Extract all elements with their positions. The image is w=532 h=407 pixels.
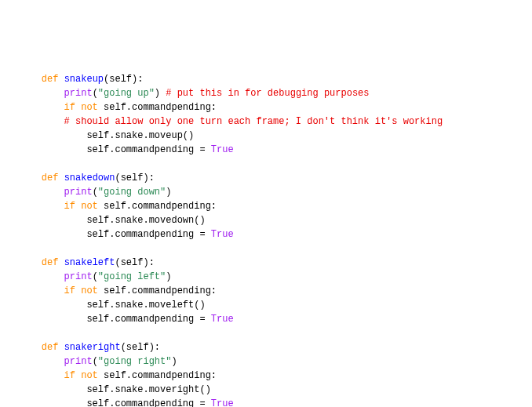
token-builtin: True [211,314,234,325]
token-builtin: print [64,88,93,99]
token-builtin: print [64,356,93,367]
token-fn: snakedown [64,173,115,184]
token-kw: not [81,285,98,296]
code-line: def snakeup(self): [19,72,513,86]
code-line: self.commandpending = True [19,312,513,326]
code-line: print("going down") [19,185,513,199]
code-line: # should allow only one turn each frame;… [19,114,513,129]
code-line: self.commandpending = True [19,143,513,157]
code-line: self.snake.moveleft() [19,298,513,312]
token-kw: def [42,173,59,184]
code-line: if not self.commandpending: [19,369,513,383]
code-line: print("going right") [19,354,513,369]
token-kw: not [81,201,98,212]
token-kw: def [42,342,59,353]
token-builtin: True [211,229,234,240]
code-line: print("going up") # put this in for debu… [19,86,513,100]
token-kw: if [64,102,75,113]
code-block: def snakeup(self): print("going up") # p… [19,72,513,407]
code-line: def snakedown(self): [19,171,513,185]
code-line: if not self.commandpending: [19,284,513,298]
token-kw: def [42,74,59,85]
token-kw: if [64,370,75,381]
token-fn: snakeup [64,74,104,85]
token-builtin: True [211,144,234,155]
token-str: "going up" [98,88,155,99]
token-fn: snakeright [64,342,121,353]
token-fn: snakeleft [64,257,115,268]
code-line: self.snake.moveup() [19,129,513,143]
token-builtin: print [64,271,93,282]
token-kw: not [81,102,98,113]
token-kw: not [81,370,98,381]
token-kw: if [64,201,75,212]
token-comment: # should allow only one turn each frame;… [64,116,443,127]
code-line [19,242,513,256]
token-builtin: True [211,398,234,407]
token-str: "going right" [98,356,172,367]
token-str: "going down" [98,187,166,198]
code-line: self.commandpending = True [19,227,513,242]
code-line: def snakeleft(self): [19,256,513,270]
token-kw: def [42,257,59,268]
code-line: self.snake.moveright() [19,383,513,397]
code-line: if not self.commandpending: [19,199,513,213]
code-line: if not self.commandpending: [19,100,513,114]
code-line: def snakeright(self): [19,340,513,354]
code-line: self.commandpending = True [19,397,513,407]
code-line [19,157,513,171]
code-line [19,326,513,340]
token-builtin: print [64,187,93,198]
token-comment: # put this in for debugging purposes [166,88,369,99]
code-line: self.snake.movedown() [19,213,513,227]
token-str: "going left" [98,271,166,282]
token-kw: if [64,285,75,296]
code-line: print("going left") [19,270,513,284]
